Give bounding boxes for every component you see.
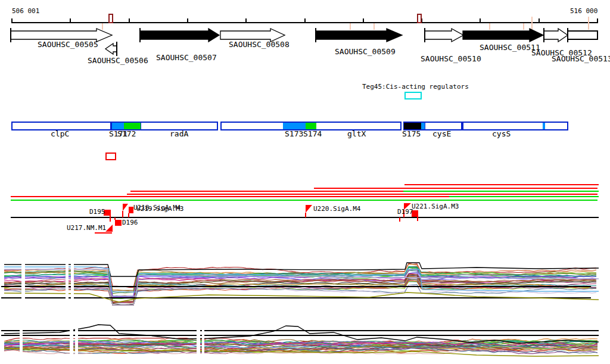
plot-gap — [20, 325, 23, 357]
plot-gap — [71, 259, 74, 306]
gene-box-segment[interactable] — [404, 123, 421, 129]
gene-box-segment[interactable] — [543, 123, 545, 129]
gene-label: SAOUHSC_00505 — [38, 41, 98, 49]
gene-box[interactable] — [463, 122, 568, 130]
flag-label: D195 — [89, 209, 105, 216]
gene-label: SAOUHSC_00506 — [88, 57, 148, 65]
plot-gap — [21, 259, 25, 306]
gene-box-label: cysS — [492, 130, 511, 138]
gene-box-label: clpC — [51, 130, 69, 138]
genome-browser-view: 506 001 516 000 Teg45:Cis-acting regulat… — [0, 0, 610, 364]
expression-trace — [4, 282, 596, 305]
flag-label: U221.SigA.M3 — [412, 203, 459, 210]
gene-arrow[interactable] — [425, 29, 463, 42]
gene-label: SAOUHSC_00508 — [229, 41, 290, 49]
gene-arrow[interactable] — [568, 31, 597, 39]
flag-marker[interactable] — [105, 225, 113, 232]
gene-box-segment[interactable] — [306, 123, 316, 129]
flag-label: U217.NM.M1 — [67, 225, 106, 232]
ruler-track — [12, 14, 597, 30]
gene-box-segment[interactable] — [124, 123, 141, 129]
flag-marker[interactable] — [306, 205, 312, 213]
plot-gap — [202, 325, 204, 357]
flag-label: U219.SigA.M3 — [136, 206, 183, 213]
gene-arrow[interactable] — [316, 29, 402, 42]
flag-label: D197 — [397, 209, 413, 216]
flag-label: D196 — [122, 219, 138, 226]
gene-label: SAOUHSC_00507 — [156, 54, 217, 62]
gene-arrow[interactable] — [140, 29, 219, 42]
gene-arrow[interactable] — [105, 43, 117, 54]
gene-box-label: radA — [170, 130, 188, 138]
gene-label: SAOUHSC_00513 — [552, 55, 610, 63]
gene-label: SAOUHSC_00510 — [421, 55, 481, 63]
ruler-red-marker[interactable] — [109, 14, 113, 23]
gene-box-label: S175 — [402, 130, 421, 138]
browser-canvas — [0, 0, 610, 364]
flag-marker[interactable] — [123, 204, 128, 211]
gene-box-segment[interactable] — [283, 123, 306, 129]
plot-gap — [70, 325, 73, 357]
gene-arrow[interactable] — [544, 29, 568, 42]
expression-plot-2 — [1, 325, 599, 357]
gene-box-label: S174 — [303, 130, 322, 138]
plot-gap — [66, 259, 69, 306]
expression-plot-1 — [1, 259, 599, 306]
gene-box-label: S173 — [285, 130, 303, 138]
gene-arrow[interactable] — [463, 29, 543, 42]
gene-label: SAOUHSC_00509 — [335, 48, 396, 56]
plot-gap — [75, 325, 78, 357]
gene-box-label: gltX — [347, 130, 366, 138]
regulator-track-title: Teg45:Cis-acting regulators — [362, 83, 469, 91]
expression-trace-highlight — [4, 293, 599, 302]
ruler-red-marker[interactable] — [418, 14, 421, 23]
gene-box-label: cysE — [432, 130, 451, 138]
red-region-box[interactable] — [106, 153, 116, 160]
regulator-box[interactable] — [405, 92, 421, 99]
flag-label: U220.SigA.M4 — [313, 206, 360, 213]
gene-box-label: S172 — [117, 130, 136, 138]
ruler-start-coordinate: 506 001 — [12, 8, 39, 15]
ruler-end-coordinate: 516 000 — [570, 8, 597, 15]
flag-marker[interactable] — [129, 207, 133, 213]
gene-box-segment[interactable] — [112, 123, 124, 129]
plot-gap — [197, 325, 200, 357]
flag-marker[interactable] — [115, 220, 122, 226]
gene-box-segment[interactable] — [421, 123, 425, 129]
